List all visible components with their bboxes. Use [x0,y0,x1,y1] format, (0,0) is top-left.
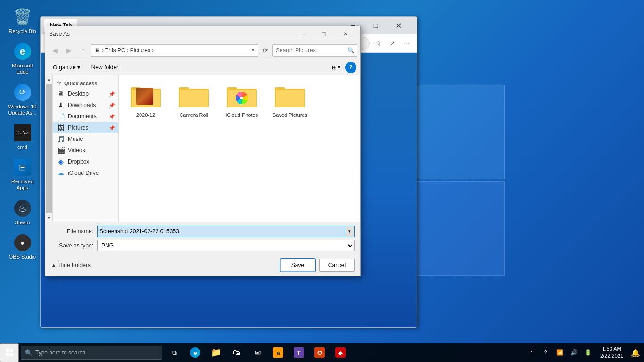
dialog-forward-button[interactable]: ▶ [62,44,75,57]
view-button[interactable]: ⊞ ▾ [329,63,343,72]
view-icon: ⊞ [332,64,337,71]
desktop-pin-icon: 📌 [109,91,115,97]
dialog-breadcrumb[interactable]: 🖥 › This PC › Pictures › ▾ [91,44,258,57]
taskbar-edge-icon[interactable]: e [185,343,206,362]
file-name-row: File name: ▾ [51,226,355,237]
windows-logo-icon [6,349,13,356]
scroll-thumb[interactable] [46,84,52,213]
removed-apps-icon: ⊟ [14,159,31,176]
dialog-bottom-fields: File name: ▾ Save as type: PNG [45,222,360,259]
desktop-icon-recycle-bin[interactable]: 🗑️ Recycle Bin [5,5,40,37]
steam-icon: ♨ [14,200,31,217]
desktop-icon-edge[interactable]: e Microsoft Edge [5,39,40,78]
taskbar-notification-center[interactable]: 🔔 [627,343,644,362]
taskbar-search-icon: 🔍 [25,349,33,356]
dialog-resize-handle[interactable]: ⌟ [355,270,360,276]
breadcrumb-this-pc: This PC [105,47,125,54]
quick-access-header: ☆ Quick access [53,78,118,88]
folder-label-icloud-photos: iCloud Photos [226,112,258,118]
folder-item-icloud-photos[interactable]: iCloud Photos [221,81,263,121]
help-button[interactable]: ? [345,62,356,73]
dialog-close-button[interactable]: ✕ [335,26,356,41]
dialog-back-button[interactable]: ◀ [48,44,61,57]
folder-item-saved-pictures[interactable]: Saved Pictures [269,81,311,121]
tray-battery-icon[interactable]: 🔋 [581,343,594,362]
taskbar-office-icon[interactable]: O [309,343,330,362]
nav-item-icloud[interactable]: ☁ iCloud Drive [53,167,118,179]
scroll-down-arrow[interactable]: ▼ [45,214,53,222]
taskbar-store-icon[interactable]: 🛍 [226,343,247,362]
dialog-up-button[interactable]: ↑ [76,44,90,57]
new-folder-button[interactable]: New folder [87,63,123,72]
desktop-icon-obs-studio[interactable]: ● OBS Studio [5,230,40,263]
pictures-pin-icon: 📌 [109,125,115,131]
folder-icon-icloud-photos [227,84,257,110]
browser-close-button[interactable]: ✕ [388,18,409,33]
nav-item-desktop[interactable]: 🖥 Desktop 📌 [53,88,118,99]
save-type-select[interactable]: PNG [97,240,355,251]
edge-taskbar-icon: e [190,347,200,358]
file-name-dropdown-button[interactable]: ▾ [345,226,355,237]
save-as-dialog: Save As ─ □ ✕ ◀ ▶ ↑ 🖥 › This PC › Pictur… [45,26,361,276]
dialog-titlebar: Save As ─ □ ✕ [45,26,360,41]
hide-folders-button[interactable]: ▲ Hide Folders [51,262,91,269]
taskbar-task-view-button[interactable]: ⧉ [164,343,185,362]
nav-item-dropbox[interactable]: ◈ Dropbox [53,156,118,167]
tray-help-icon[interactable]: ? [539,343,552,362]
taskbar-mail-icon[interactable]: ✉ [247,343,268,362]
dialog-minimize-button[interactable]: ─ [291,26,313,41]
tray-network-icon[interactable]: 📶 [553,343,566,362]
dialog-title: Save As [49,31,291,37]
music-nav-label: Music [68,136,83,142]
taskbar-amazon-icon[interactable]: a [268,343,289,362]
nav-item-documents[interactable]: 📄 Documents 📌 [53,111,118,122]
scroll-up-arrow[interactable]: ▲ [45,75,53,83]
dialog-search-input[interactable] [272,44,357,57]
start-button[interactable] [0,343,19,362]
desktop-icon-cmd[interactable]: C:\> cmd [5,121,40,153]
tray-volume-icon[interactable]: 🔊 [567,343,580,362]
nav-item-music[interactable]: 🎵 Music [53,133,118,145]
dialog-nav-scrollbar[interactable]: ▲ ▼ [45,75,53,222]
nav-item-pictures[interactable]: 🖼 Pictures 📌 [53,122,118,133]
folder-item-camera-roll[interactable]: Camera Roll [173,81,215,121]
dialog-window-controls: ─ □ ✕ [291,26,356,41]
breadcrumb-computer-icon: 🖥 [95,47,100,54]
browser-menu-button[interactable]: ··· [400,37,413,49]
amazon-taskbar-icon: a [273,347,283,358]
organize-button[interactable]: Organize ▾ [49,63,84,72]
desktop-nav-label: Desktop [68,90,89,97]
taskbar-file-explorer-icon[interactable]: 📁 [206,343,226,362]
taskbar-twitch-icon[interactable]: T [289,343,309,362]
taskbar-hunt-icon[interactable]: ◆ [330,343,351,362]
save-button[interactable]: Save [280,259,315,272]
browser-bookmark-button[interactable]: ☆ [372,37,385,49]
desktop-icon-steam[interactable]: ♨ Steam [5,196,40,229]
desktop-icon-windows-update[interactable]: ⟳ Windows 10 Update As... [5,80,40,119]
help-label: ? [349,64,353,71]
hide-folders-arrow-icon: ▲ [51,262,57,269]
file-name-input[interactable] [97,226,345,237]
svg-rect-18 [10,349,13,352]
videos-nav-icon: 🎬 [57,147,65,154]
nav-item-downloads[interactable]: ⬇ Downloads 📌 [53,99,118,111]
organize-label: Organize [53,64,76,71]
obs-studio-label: OBS Studio [9,254,36,260]
browser-share-button[interactable]: ↗ [386,37,399,49]
dialog-actions: ▲ Hide Folders Save Cancel [45,259,360,276]
folder-item-2020-12[interactable]: 2020-12 [124,81,167,121]
cancel-button[interactable]: Cancel [319,259,355,272]
documents-nav-label: Documents [68,113,97,120]
browser-action-buttons: ☆ ↗ ··· [372,37,413,49]
nav-item-videos[interactable]: 🎬 Videos [53,145,118,156]
dialog-maximize-button[interactable]: □ [313,26,335,41]
browser-maximize-button[interactable]: □ [365,18,387,33]
taskbar-time: 1:53 AM [602,346,621,353]
dialog-nav: ☆ Quick access 🖥 Desktop 📌 ⬇ Downloads 📌… [53,75,119,222]
desktop-icon-removed-apps[interactable]: ⊟ Removed Apps [5,155,40,194]
tray-chevron-button[interactable]: ⌃ [525,343,538,362]
taskbar-clock[interactable]: 1:53 AM 2/22/2021 [596,343,627,362]
taskbar-search-bar[interactable]: 🔍 Type here to search [21,346,162,360]
dialog-refresh-button[interactable]: ⟳ [259,44,272,57]
desktop-icons-container: 🗑️ Recycle Bin e Microsoft Edge ⟳ Window… [0,0,45,268]
